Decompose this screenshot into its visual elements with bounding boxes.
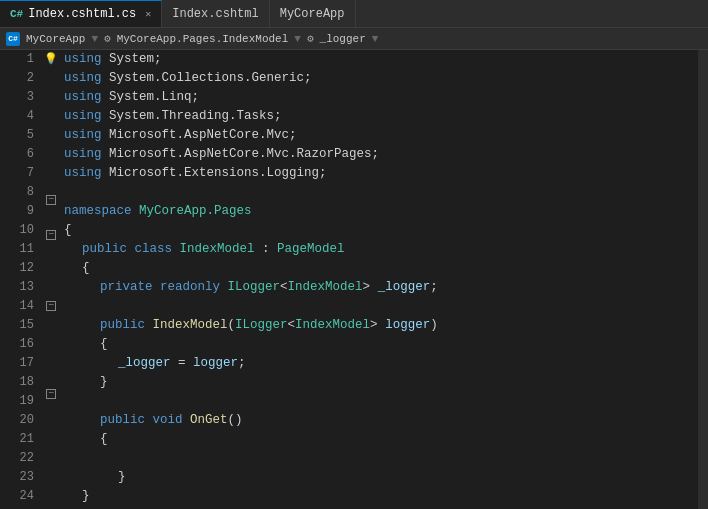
breadcrumb-bar: C# MyCoreApp ▼ ⚙ MyCoreApp.Pages.IndexMo… (0, 28, 708, 50)
line-number: 8 (0, 183, 34, 202)
line-number: 10 (0, 221, 34, 240)
code-line: using Microsoft.AspNetCore.Mvc.RazorPage… (64, 145, 698, 164)
code-line: using System.Threading.Tasks; (64, 107, 698, 126)
breadcrumb-member[interactable]: _logger (320, 33, 366, 45)
code-line (64, 449, 698, 468)
collapse-button[interactable]: − (46, 301, 56, 311)
code-line: _logger = logger; (64, 354, 698, 373)
line-number: 3 (0, 88, 34, 107)
scrollbar[interactable] (698, 50, 708, 509)
breadcrumb-icon2: ⚙ (307, 32, 314, 45)
line-number: 23 (0, 468, 34, 487)
tab-close-1[interactable]: ✕ (145, 8, 151, 20)
separator-1: ▼ (91, 33, 98, 45)
code-area[interactable]: using System;using System.Collections.Ge… (60, 50, 698, 509)
tab-index-cshtml-cs[interactable]: C# Index.cshtml.cs ✕ (0, 0, 162, 27)
collapse-button[interactable]: − (46, 389, 56, 399)
code-line: } (64, 487, 698, 506)
line-number: 18 (0, 373, 34, 392)
title-bar: C# Index.cshtml.cs ✕ Index.cshtml MyCore… (0, 0, 708, 28)
editor: 1234567891011121314151617181920212223242… (0, 50, 708, 509)
code-line: private readonly ILogger<IndexModel> _lo… (64, 278, 698, 297)
breadcrumb-namespace[interactable]: MyCoreApp.Pages.IndexModel (117, 33, 289, 45)
tab-label-3: MyCoreApp (280, 7, 345, 21)
breadcrumb-project[interactable]: MyCoreApp (26, 33, 85, 45)
code-line (64, 297, 698, 316)
breadcrumb-separator-dot: ⚙ (104, 32, 111, 45)
code-line: using System; (64, 50, 698, 69)
line-number: 13 (0, 278, 34, 297)
line-number: 7 (0, 164, 34, 183)
tab-index-cshtml[interactable]: Index.cshtml (162, 0, 269, 27)
line-number: 15 (0, 316, 34, 335)
line-number: 24 (0, 487, 34, 506)
code-line: using System.Collections.Generic; (64, 69, 698, 88)
separator-3: ▼ (372, 33, 379, 45)
code-line: { (64, 259, 698, 278)
code-line: { (64, 221, 698, 240)
line-number: 12 (0, 259, 34, 278)
cs-file-icon: C# (10, 8, 23, 20)
code-line: using Microsoft.AspNetCore.Mvc; (64, 126, 698, 145)
line-numbers: 1234567891011121314151617181920212223242… (0, 50, 42, 509)
code-line (64, 392, 698, 411)
line-number: 16 (0, 335, 34, 354)
line-number: 9 (0, 202, 34, 221)
line-number: 4 (0, 107, 34, 126)
tab-mycoreapp[interactable]: MyCoreApp (270, 0, 356, 27)
light-bulb-icon[interactable]: 💡 (44, 52, 58, 65)
tab-label-2: Index.cshtml (172, 7, 258, 21)
line-number: 20 (0, 411, 34, 430)
project-icon: C# (6, 32, 20, 46)
line-number: 17 (0, 354, 34, 373)
code-line: using System.Linq; (64, 88, 698, 107)
collapse-button[interactable]: − (46, 230, 56, 240)
code-line: } (64, 468, 698, 487)
line-number: 22 (0, 449, 34, 468)
code-line: using Microsoft.Extensions.Logging; (64, 164, 698, 183)
line-number: 5 (0, 126, 34, 145)
code-line: namespace MyCoreApp.Pages (64, 202, 698, 221)
line-number: 14 (0, 297, 34, 316)
gutter: 💡−−−− (42, 50, 60, 509)
line-number: 21 (0, 430, 34, 449)
code-line: public class IndexModel : PageModel (64, 240, 698, 259)
line-number: 1 (0, 50, 34, 69)
code-line: { (64, 335, 698, 354)
code-line: } (64, 373, 698, 392)
line-number: 2 (0, 69, 34, 88)
line-number: 6 (0, 145, 34, 164)
line-number: 19 (0, 392, 34, 411)
separator-2: ▼ (294, 33, 301, 45)
code-line: { (64, 430, 698, 449)
tab-label-1: Index.cshtml.cs (28, 7, 136, 21)
code-line: public void OnGet() (64, 411, 698, 430)
code-line (64, 183, 698, 202)
line-number: 11 (0, 240, 34, 259)
collapse-button[interactable]: − (46, 195, 56, 205)
code-line: public IndexModel(ILogger<IndexModel> lo… (64, 316, 698, 335)
